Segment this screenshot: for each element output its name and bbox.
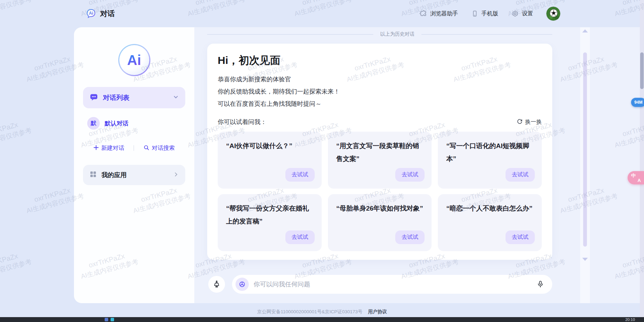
settings-button[interactable]: 设置 xyxy=(511,10,533,17)
gear-icon xyxy=(511,10,519,17)
soccer-ball-avatar-image xyxy=(546,7,560,21)
new-conversation-label: 新建对话 xyxy=(101,144,124,152)
suggestion-card[interactable]: “暗恋一个人不敢表白怎么办” 去试试 xyxy=(438,194,542,251)
watermark: oxrTrKPaZxAI生成内容仅供参考 xyxy=(0,248,33,281)
sidebar-item-conversation-list[interactable]: 对话列表 xyxy=(83,87,185,108)
chat-area: 以上为历史对话 Hi，初次见面 恭喜你成为新搜索的体验官 你的反馈助我成长，期待… xyxy=(194,27,644,303)
user-avatar[interactable] xyxy=(546,7,560,21)
conversation-search-label: 对话搜索 xyxy=(152,144,175,152)
try-button[interactable]: 去试试 xyxy=(395,168,425,182)
greeting-card: Hi，初次见面 恭喜你成为新搜索的体验官 你的反馈助我成长，期待我们一起探索未来… xyxy=(207,44,552,260)
browser-assistant-label: 浏览器助手 xyxy=(430,10,458,17)
ask-input[interactable] xyxy=(254,281,531,288)
scroll-down-arrow-icon[interactable] xyxy=(582,258,588,261)
clear-conversation-button[interactable] xyxy=(208,276,225,293)
greeting-text: 恭喜你成为新搜索的体验官 你的反馈助我成长，期待我们一起探索未来！ 可以在百度首… xyxy=(218,73,542,110)
sidebar: Ai 对话列表 xyxy=(74,27,194,303)
history-divider-label: 以上为历史对话 xyxy=(380,31,414,37)
divider xyxy=(134,145,134,151)
broom-icon xyxy=(212,280,221,288)
suggestion-text: “暗恋一个人不敢表白怎么办” xyxy=(446,202,533,215)
phone-icon xyxy=(471,10,478,17)
page-scrollbar[interactable] xyxy=(640,0,644,317)
extension-puzzle-icon xyxy=(420,10,427,17)
mobile-version-button[interactable]: 手机版 xyxy=(471,10,498,17)
ime-english-label: A xyxy=(638,178,641,183)
suggestion-text: “用文言文写一段卖草鞋的销售文案” xyxy=(336,139,424,165)
mobile-version-label: 手机版 xyxy=(481,10,498,17)
taskbar-app-icon[interactable] xyxy=(105,318,108,321)
chat-bubble-icon xyxy=(89,93,98,103)
app-window: Ai 对话 浏览器助手 手机版 xyxy=(0,0,644,322)
ime-chinese-label: 中 xyxy=(631,173,636,179)
taskbar-icons xyxy=(105,318,114,321)
conversation-avatar: 默 xyxy=(87,117,100,130)
ai-compass-icon[interactable] xyxy=(235,278,249,291)
watermark: oxrTrKPaZxAI生成内容仅供参考 xyxy=(0,117,33,150)
assistant-logo: Ai xyxy=(118,44,150,76)
settings-label: 设置 xyxy=(522,10,533,17)
composer xyxy=(207,275,552,294)
suggestion-card[interactable]: “帮我写一份女方父亲在婚礼上的发言稿” 去试试 xyxy=(218,194,322,251)
default-conversation-label: 默认对话 xyxy=(105,119,128,127)
input-method-badge[interactable]: 中 A xyxy=(628,171,644,184)
suggestion-text: “AI伙伴可以做什么？” xyxy=(226,139,313,152)
suggestions-label: 你可以试着问我： xyxy=(218,118,517,126)
plus-icon xyxy=(93,145,99,152)
suggestion-card[interactable]: “用文言文写一段卖草鞋的销售文案” 去试试 xyxy=(328,132,432,189)
my-apps-label: 我的应用 xyxy=(102,171,169,179)
microphone-icon xyxy=(536,280,545,288)
greeting-line: 你的反馈助我成长，期待我们一起探索未来！ xyxy=(218,86,542,98)
history-divider: 以上为历史对话 xyxy=(207,30,552,38)
scroll-up-arrow-icon[interactable] xyxy=(582,29,588,32)
page-scrollbar-thumb[interactable] xyxy=(640,52,644,89)
suggestions-header: 你可以试着问我： 换一换 xyxy=(218,118,542,126)
chat-scrollbar-thumb[interactable] xyxy=(583,52,587,247)
try-button[interactable]: 去试试 xyxy=(395,230,425,244)
chevron-down-icon[interactable] xyxy=(173,94,179,102)
ai-bubble-logo-icon: Ai xyxy=(85,8,97,19)
new-conversation-button[interactable]: 新建对话 xyxy=(93,144,124,152)
suggestion-grid: “AI伙伴可以做什么？” 去试试 “用文言文写一段卖草鞋的销售文案” 去试试 “… xyxy=(218,132,542,251)
chevron-right-icon[interactable] xyxy=(173,171,179,179)
taskbar-app-icon[interactable] xyxy=(111,318,114,321)
product-title: 对话 xyxy=(100,9,115,19)
sidebar-actions: 新建对话 对话搜索 xyxy=(83,143,185,153)
taskbar-clock: 20:10 xyxy=(625,317,635,322)
greeting-line: 恭喜你成为新搜索的体验官 xyxy=(218,73,542,86)
refresh-label: 换一换 xyxy=(525,118,542,126)
suggestion-text: “母胎单身26年该如何找对象” xyxy=(336,202,424,215)
sidebar-item-my-apps[interactable]: 我的应用 xyxy=(83,165,185,185)
try-button[interactable]: 去试试 xyxy=(506,230,535,244)
suggestion-text: “写一个口语化的AI短视频脚本” xyxy=(446,139,533,165)
top-bar: Ai 对话 浏览器助手 手机版 xyxy=(0,0,644,27)
browser-assistant-button[interactable]: 浏览器助手 xyxy=(420,10,458,17)
suggestion-card[interactable]: “写一个口语化的AI短视频脚本” 去试试 xyxy=(438,132,542,189)
svg-text:Ai: Ai xyxy=(89,11,93,16)
voice-input-button[interactable] xyxy=(536,280,545,288)
search-icon xyxy=(143,145,149,152)
user-agreement-link[interactable]: 用户协议 xyxy=(368,309,387,314)
greeting-title: Hi，初次见面 xyxy=(218,53,542,68)
suggestion-text: “帮我写一份女方父亲在婚礼上的发言稿” xyxy=(226,202,313,228)
download-count-badge[interactable]: 94M xyxy=(631,98,644,107)
taskbar[interactable]: 20:10 xyxy=(0,317,644,322)
brand[interactable]: Ai 对话 xyxy=(85,0,115,27)
ask-input-container xyxy=(232,275,552,294)
conversation-search-button[interactable]: 对话搜索 xyxy=(143,144,175,152)
footer: 京公网安备11000002000001号&京ICP证030173号用户协议 xyxy=(0,309,644,315)
chat-scrollbar[interactable] xyxy=(580,27,590,303)
try-button[interactable]: 去试试 xyxy=(506,168,535,182)
sidebar-item-default-conversation[interactable]: 默 默认对话 xyxy=(83,115,185,131)
icp-beian-text: 京公网安备11000002000001号&京ICP证030173号 xyxy=(257,309,362,314)
grid-icon xyxy=(89,170,97,180)
suggestion-card[interactable]: “AI伙伴可以做什么？” 去试试 xyxy=(218,132,322,189)
conversation-list-label: 对话列表 xyxy=(103,93,168,102)
try-button[interactable]: 去试试 xyxy=(285,230,315,244)
suggestion-card[interactable]: “母胎单身26年该如何找对象” 去试试 xyxy=(328,194,432,251)
app-shell: Ai 对话列表 xyxy=(74,27,644,303)
try-button[interactable]: 去试试 xyxy=(285,168,315,182)
refresh-suggestions-button[interactable]: 换一换 xyxy=(517,118,542,126)
top-menu: 浏览器助手 手机版 设置 xyxy=(420,0,560,27)
greeting-line: 可以在百度首页右上角找我随时提问～ xyxy=(218,98,542,110)
